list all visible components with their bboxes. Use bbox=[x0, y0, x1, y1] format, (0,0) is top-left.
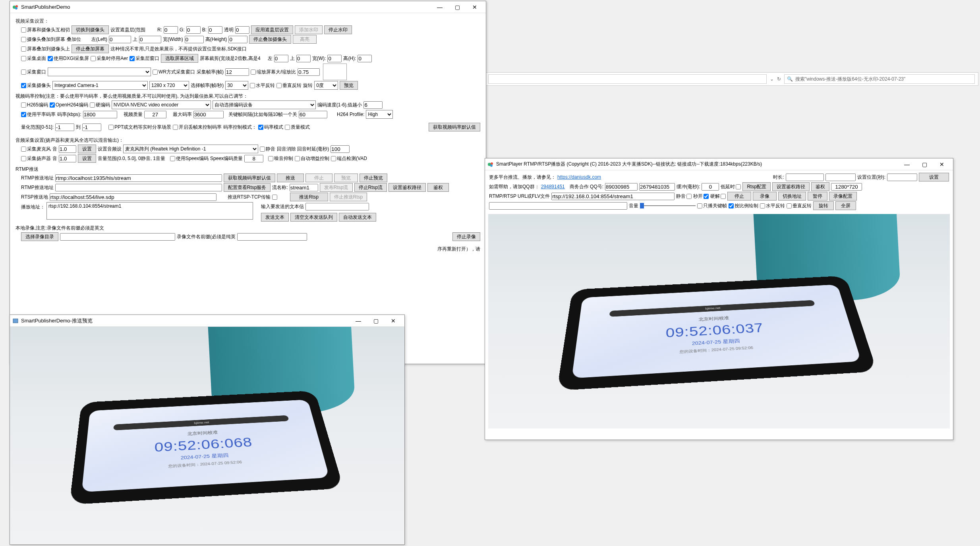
send-text-button[interactable]: 发送文本 bbox=[261, 213, 289, 222]
record-prefix-input[interactable] bbox=[237, 233, 307, 241]
ck-player-mute[interactable]: 静音 bbox=[676, 193, 692, 200]
crop-w-input[interactable] bbox=[327, 55, 342, 62]
ck-mute[interactable]: 静音 bbox=[260, 146, 275, 152]
player-minimize-button[interactable]: — bbox=[898, 158, 916, 170]
close-button[interactable]: ✕ bbox=[466, 1, 483, 13]
ck-rtsp-tcp[interactable] bbox=[272, 195, 277, 200]
text-to-send-input[interactable] bbox=[305, 203, 369, 210]
ck-cam-overlay-screen[interactable]: 摄像头叠加到屏幕 bbox=[21, 36, 65, 43]
mask-alpha-input[interactable] bbox=[235, 26, 249, 34]
stop-preview-button[interactable]: 停止预览 bbox=[360, 174, 387, 182]
switch-addr-button[interactable]: 切换地址 bbox=[778, 192, 806, 201]
crop-top-input[interactable] bbox=[296, 55, 311, 62]
max-rate-input[interactable] bbox=[193, 111, 224, 118]
scale-input[interactable] bbox=[298, 68, 320, 76]
ck-low-latency[interactable]: 低延时 bbox=[721, 183, 741, 190]
stop-button[interactable]: 停止 bbox=[305, 174, 332, 182]
ck-sec-on[interactable]: 秒开 bbox=[693, 193, 709, 200]
stop-rtsp-button[interactable]: 停止Rtsp流 bbox=[354, 183, 387, 192]
profile-select[interactable]: High bbox=[366, 110, 393, 119]
setpos-input[interactable] bbox=[887, 174, 917, 181]
minimize-button[interactable]: — bbox=[431, 1, 448, 13]
ck-scale-screen[interactable]: 缩放屏幕大/缩放比 bbox=[251, 69, 296, 75]
ck-cap-layered[interactable]: 采集层窗口 bbox=[130, 55, 159, 62]
spk-vol-input[interactable] bbox=[59, 155, 76, 162]
ck-mic[interactable]: 采集麦克风 bbox=[21, 146, 51, 152]
get-rate-defaults2-button[interactable]: 获取视频码率默认值 bbox=[224, 174, 275, 182]
play-address-textarea[interactable]: rtsp://192.168.0.104:8554/stream1 bbox=[46, 202, 253, 220]
fps-input[interactable] bbox=[225, 68, 249, 76]
maximize-button[interactable]: ▢ bbox=[448, 1, 466, 13]
choose-dir-button[interactable]: 选择录像目录 bbox=[21, 232, 58, 241]
ck-openh264[interactable]: OpenH264编码 bbox=[50, 102, 88, 108]
extra-input[interactable] bbox=[489, 202, 627, 210]
ck-screen-cam-switch[interactable]: 屏幕和摄像头互相切 bbox=[21, 27, 70, 33]
mask-g-input[interactable] bbox=[186, 26, 201, 34]
get-rate-defaults-button[interactable]: 获取视频码率默认值 bbox=[429, 123, 480, 131]
qr-lo-input[interactable] bbox=[55, 123, 74, 131]
ck-keyframe-only[interactable]: 只播关键帧 bbox=[697, 203, 727, 209]
window-select[interactable] bbox=[48, 68, 151, 76]
push-rtsp-button[interactable]: 推送Rtsp bbox=[290, 193, 328, 201]
clear-text-button[interactable]: 清空文本发送队列 bbox=[290, 213, 337, 222]
ck-drop-ctrl[interactable]: 开启丢帧来控制码率 bbox=[173, 124, 222, 131]
ck-player-hflip[interactable]: 水平反转 bbox=[760, 203, 785, 209]
setpos-button[interactable]: 设置 bbox=[919, 173, 949, 181]
preview-maximize-button[interactable]: ▢ bbox=[367, 315, 385, 327]
auth-button[interactable]: 鉴权 bbox=[427, 183, 449, 192]
ck-vad[interactable]: 端点检测(VAD bbox=[331, 155, 367, 162]
record-button[interactable]: 录像 bbox=[753, 192, 777, 201]
rtmp-address-input[interactable] bbox=[55, 174, 222, 182]
player-maximize-button[interactable]: ▢ bbox=[916, 158, 933, 170]
overlay-width-input[interactable] bbox=[185, 36, 204, 43]
duration-input[interactable] bbox=[786, 174, 824, 181]
preview-minimize-button[interactable]: — bbox=[350, 315, 367, 327]
ck-quality-mode[interactable]: 质量模式 bbox=[285, 124, 310, 131]
ck-hw-dec[interactable]: 硬解 bbox=[710, 193, 726, 200]
highlight-button[interactable]: 高亮 bbox=[293, 35, 317, 44]
overlay-top-input[interactable] bbox=[139, 36, 161, 43]
encode-speed-input[interactable] bbox=[363, 101, 383, 109]
ck-speaker[interactable]: 采集扬声器 bbox=[21, 155, 51, 162]
stop-record-button[interactable]: 停止录像 bbox=[452, 232, 480, 241]
ck-h265[interactable]: H265编码 bbox=[21, 102, 48, 108]
pause-button[interactable]: 暂停 bbox=[808, 192, 827, 201]
qq-group-link[interactable]: 294891451 bbox=[541, 184, 565, 189]
ck-rate-mode[interactable]: 码率模式 bbox=[258, 124, 283, 131]
speex-q-input[interactable] bbox=[244, 155, 263, 162]
camera-fps-select[interactable]: 30 bbox=[225, 81, 248, 90]
ck-scale-draw[interactable]: 按比例绘制 bbox=[729, 203, 758, 209]
vq-input[interactable] bbox=[144, 111, 166, 118]
apply-mask-button[interactable]: 应用遮盖层设置 bbox=[251, 25, 293, 34]
keyint-input[interactable] bbox=[299, 111, 327, 118]
position-input[interactable] bbox=[825, 174, 856, 181]
ck-screen-overlay-cam[interactable]: 屏幕叠加到摄像头上 bbox=[21, 46, 70, 52]
record-dir-input[interactable] bbox=[60, 233, 175, 241]
fullscreen-button[interactable]: 全屏 bbox=[835, 201, 856, 210]
ck-hflip[interactable]: 水平反转 bbox=[250, 82, 275, 89]
address-bar[interactable] bbox=[488, 74, 767, 84]
camera-select[interactable]: Integrated Camera-1 bbox=[52, 81, 148, 90]
ck-cap-camera[interactable]: 采集摄像头 bbox=[21, 82, 51, 89]
qq2-input[interactable] bbox=[639, 183, 675, 191]
overlay-height-input[interactable] bbox=[228, 36, 247, 43]
buffer-input[interactable] bbox=[702, 183, 719, 191]
url-input[interactable] bbox=[551, 193, 675, 200]
ck-player-vflip[interactable]: 垂直反转 bbox=[787, 203, 812, 209]
bitrate-input[interactable] bbox=[83, 111, 117, 118]
resolution-select[interactable]: 1280 x 720 bbox=[149, 81, 189, 90]
hw-encoder-select[interactable]: NVIDIA NVENC video encoder bbox=[112, 100, 211, 109]
mic-vol-input[interactable] bbox=[59, 145, 76, 153]
ck-ns[interactable]: 噪音抑制 bbox=[268, 155, 293, 162]
rec-cfg-button[interactable]: 录像配置 bbox=[829, 192, 857, 201]
stop-watermark-button[interactable]: 停止水印 bbox=[324, 25, 352, 34]
switch-to-camera-button[interactable]: 切换到摄像头 bbox=[72, 25, 109, 34]
ck-disable-aero[interactable]: 采集时停用Aer bbox=[91, 55, 128, 62]
echo-input[interactable] bbox=[331, 145, 350, 153]
rotate-button[interactable]: 旋转 bbox=[813, 201, 834, 210]
ck-avg-rate[interactable]: 使用平率码率 bbox=[21, 111, 56, 118]
stop-push-rtsp-button[interactable]: 停止推送Rtsp bbox=[330, 193, 367, 201]
help-url-link[interactable]: https://daniusdk.com bbox=[557, 174, 601, 180]
auto-send-button[interactable]: 自动发送文本 bbox=[339, 213, 376, 222]
ck-cap-window[interactable]: 采集窗口 bbox=[21, 69, 46, 75]
